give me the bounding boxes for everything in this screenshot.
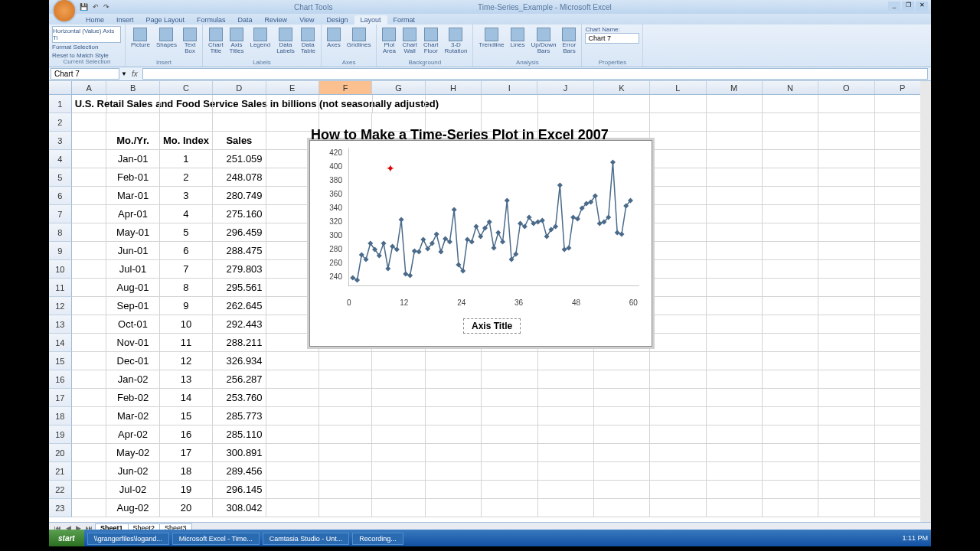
cell[interactable]: Dec-01	[106, 352, 159, 370]
cell[interactable]: 308.042	[213, 499, 266, 517]
text-box-button[interactable]: TextBox	[181, 26, 199, 56]
minimize-button[interactable]: _	[888, 2, 900, 11]
cell[interactable]	[213, 95, 266, 113]
cell[interactable]	[818, 297, 874, 315]
cell[interactable]	[650, 132, 706, 150]
cell[interactable]: 285.773	[213, 407, 266, 425]
cell[interactable]: 296.459	[213, 223, 266, 242]
cell[interactable]	[818, 132, 874, 150]
cell[interactable]: Feb-02	[106, 389, 159, 407]
select-all-corner[interactable]	[49, 81, 72, 94]
cell[interactable]	[372, 425, 425, 444]
cell[interactable]	[763, 334, 818, 352]
row-header[interactable]: 6	[49, 187, 72, 205]
cell[interactable]: 262.645	[213, 297, 266, 315]
cell[interactable]	[319, 352, 372, 370]
cell[interactable]	[266, 462, 319, 481]
cell[interactable]	[650, 260, 706, 279]
cell[interactable]	[707, 462, 763, 481]
row-header[interactable]: 13	[49, 315, 72, 334]
row-header[interactable]: 4	[49, 150, 72, 168]
cell[interactable]	[707, 205, 763, 223]
cell[interactable]	[160, 95, 213, 113]
cell[interactable]	[213, 113, 266, 132]
restore-button[interactable]: ❐	[902, 2, 914, 11]
chart-floor-button[interactable]: ChartFloor	[421, 26, 441, 56]
cell[interactable]	[538, 444, 594, 462]
cell[interactable]	[650, 205, 706, 223]
cell[interactable]	[538, 481, 594, 499]
cell[interactable]	[594, 95, 650, 113]
cell[interactable]	[818, 113, 874, 132]
cell[interactable]: 2	[160, 168, 213, 187]
cell[interactable]	[266, 407, 319, 425]
cell[interactable]	[650, 113, 706, 132]
cell[interactable]: 295.561	[213, 279, 266, 297]
cell[interactable]: 8	[160, 279, 213, 297]
cell[interactable]	[72, 370, 107, 389]
cell[interactable]	[538, 407, 594, 425]
cell[interactable]	[426, 370, 482, 389]
cell[interactable]	[426, 444, 482, 462]
save-icon[interactable]: 💾	[80, 3, 88, 11]
cell[interactable]	[707, 297, 763, 315]
taskbar-item[interactable]: Recording...	[352, 533, 403, 545]
cell[interactable]	[594, 444, 650, 462]
cell[interactable]	[72, 187, 107, 205]
cell[interactable]	[818, 279, 874, 297]
close-button[interactable]: ✕	[916, 2, 928, 11]
cell[interactable]	[426, 352, 482, 370]
cell[interactable]	[818, 150, 874, 168]
cell[interactable]	[482, 352, 537, 370]
cell[interactable]	[482, 444, 537, 462]
cell[interactable]	[707, 334, 763, 352]
cell[interactable]: Nov-01	[106, 334, 159, 352]
column-header-K[interactable]: K	[594, 81, 650, 94]
cell[interactable]	[106, 113, 159, 132]
cell[interactable]	[319, 481, 372, 499]
cell[interactable]: 326.934	[213, 352, 266, 370]
cell[interactable]: Jul-01	[106, 260, 159, 279]
axes-button[interactable]: Axes	[325, 26, 343, 50]
cell[interactable]	[650, 297, 706, 315]
cell[interactable]	[72, 205, 107, 223]
legend-button[interactable]: Legend	[247, 26, 273, 50]
cell[interactable]	[372, 499, 425, 517]
cell[interactable]: Mo. Index	[160, 132, 213, 150]
system-tray[interactable]: 1:11 PM	[902, 534, 928, 542]
cell[interactable]	[372, 407, 425, 425]
cell[interactable]: 17	[160, 444, 213, 462]
cell[interactable]	[538, 370, 594, 389]
cell[interactable]	[707, 168, 763, 187]
cell[interactable]	[72, 168, 107, 187]
cell[interactable]	[72, 407, 107, 425]
row-header[interactable]: 20	[49, 444, 72, 462]
cell[interactable]	[650, 315, 706, 334]
cell[interactable]	[763, 315, 818, 334]
column-header-A[interactable]: A	[72, 81, 107, 94]
column-header-E[interactable]: E	[266, 81, 319, 94]
cell[interactable]	[538, 499, 594, 517]
spreadsheet-grid[interactable]: ABCDEFGHIJKLMNOP 1U.S. Retail Sales and …	[49, 81, 931, 522]
cell[interactable]	[72, 242, 107, 260]
cell[interactable]	[650, 444, 706, 462]
cell[interactable]	[319, 370, 372, 389]
cell[interactable]	[426, 407, 482, 425]
cell[interactable]	[372, 389, 425, 407]
cell[interactable]	[818, 242, 874, 260]
formula-input[interactable]	[142, 68, 928, 80]
cell[interactable]: Mar-02	[106, 407, 159, 425]
cell[interactable]: Apr-02	[106, 425, 159, 444]
cell[interactable]	[707, 444, 763, 462]
cell[interactable]	[426, 481, 482, 499]
cell[interactable]	[266, 499, 319, 517]
chart-title-button[interactable]: ChartTitle	[206, 26, 226, 56]
row-header[interactable]: 2	[49, 113, 72, 132]
tab-formulas[interactable]: Formulas	[191, 15, 232, 24]
tab-view[interactable]: View	[293, 15, 320, 24]
row-header[interactable]: 16	[49, 370, 72, 389]
cell[interactable]	[373, 95, 426, 113]
cell[interactable]	[707, 315, 763, 334]
cell[interactable]	[763, 95, 818, 113]
cell[interactable]	[763, 499, 818, 517]
